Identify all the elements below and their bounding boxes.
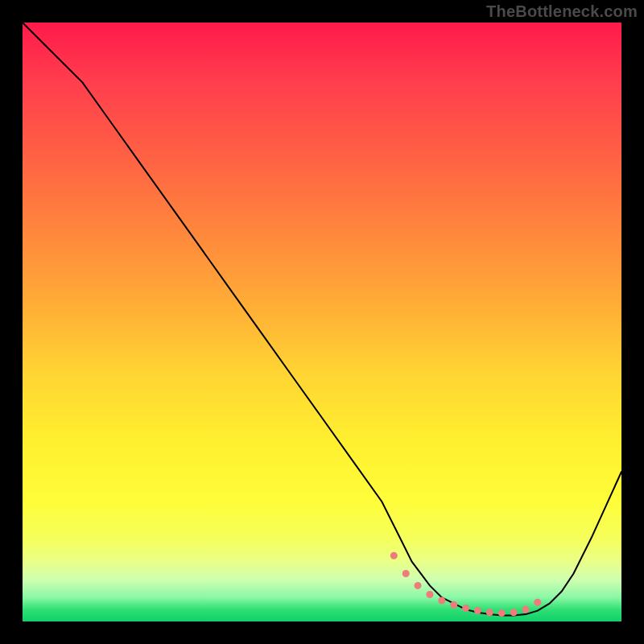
chart-frame: TheBottleneck.com <box>0 0 644 644</box>
plot-area <box>23 23 621 621</box>
region-dot <box>522 606 530 613</box>
region-dot <box>426 591 433 598</box>
bottleneck-curve <box>23 23 621 616</box>
region-dot <box>498 609 506 617</box>
region-dot <box>474 607 481 614</box>
region-dot <box>534 599 541 606</box>
region-dot <box>402 570 410 577</box>
region-dot <box>486 609 493 616</box>
region-dot <box>390 552 398 559</box>
region-dot <box>415 582 422 589</box>
region-dot <box>462 605 469 612</box>
region-dot <box>510 609 518 616</box>
curve-svg <box>23 23 621 621</box>
watermark-text: TheBottleneck.com <box>486 2 638 21</box>
region-dot <box>450 601 457 609</box>
region-dot <box>438 597 445 605</box>
